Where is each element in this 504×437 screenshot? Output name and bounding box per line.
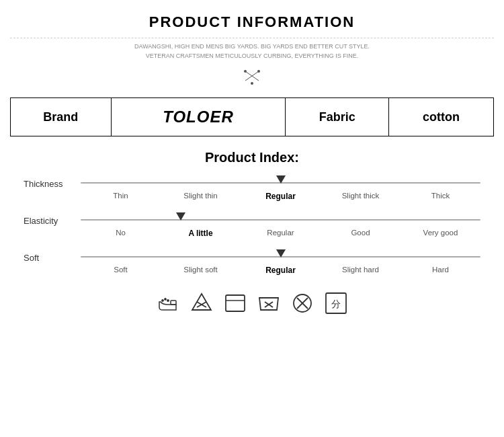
page-title: PRODUCT INFORMATION — [10, 13, 494, 31]
thickness-row: Thickness Thin Slight thin Regular Sligh… — [24, 177, 480, 201]
svg-point-8 — [167, 300, 169, 301]
thickness-track — [81, 182, 480, 184]
soft-label: Soft — [24, 251, 77, 263]
thickness-label: Thickness — [24, 177, 77, 189]
elasticity-marker — [176, 212, 185, 221]
product-index-title: Product Index: — [10, 150, 494, 165]
thickness-thin: Thin — [81, 192, 161, 201]
logo-decoration — [10, 66, 494, 89]
elasticity-track — [81, 219, 480, 221]
iron-icon — [156, 291, 180, 318]
svg-point-3 — [257, 70, 260, 73]
care-icons-row: 分 — [10, 291, 494, 318]
elasticity-good: Good — [321, 229, 401, 238]
svg-point-7 — [165, 299, 166, 300]
svg-rect-5 — [171, 301, 176, 305]
svg-point-4 — [251, 82, 253, 85]
brand-label: Brand — [11, 98, 112, 136]
soft-hard: Hard — [401, 266, 480, 275]
soft-regular: Regular — [241, 266, 321, 275]
fabric-label: Fabric — [286, 98, 389, 136]
svg-text:分: 分 — [331, 299, 341, 309]
soft-slight-soft: Slight soft — [161, 266, 241, 275]
elasticity-a-little: A little — [161, 229, 241, 238]
thickness-regular: Regular — [241, 192, 321, 201]
subtitle: DAWANGSHI, HIGH END MENS BIG YARDS. BIG … — [10, 42, 494, 61]
brand-table: Brand TOLOER Fabric cotton — [10, 97, 494, 136]
no-wash-icon — [257, 291, 281, 318]
soft-soft: Soft — [81, 266, 161, 275]
thickness-track-wrapper — [81, 177, 480, 188]
soft-row: Soft Soft Slight soft Regular Slight har… — [24, 251, 480, 275]
elasticity-row: Elasticity No A little Regular Good Very… — [24, 214, 480, 238]
top-divider — [10, 38, 494, 38]
svg-marker-9 — [192, 294, 211, 310]
elasticity-track-wrapper — [81, 214, 480, 225]
soft-track — [81, 256, 480, 257]
thickness-thick: Thick — [401, 192, 480, 201]
elasticity-regular: Regular — [241, 229, 321, 238]
no-bleach-icon — [190, 291, 214, 318]
thickness-sublabels: Thin Slight thin Regular Slight thick Th… — [81, 192, 480, 201]
elasticity-slider-col: No A little Regular Good Very good — [81, 214, 480, 238]
soft-marker — [276, 249, 286, 257]
page-container: PRODUCT INFORMATION DAWANGSHI, HIGH END … — [0, 0, 504, 331]
brand-value: TOLOER — [111, 98, 286, 136]
soft-slight-hard: Slight hard — [321, 266, 401, 275]
thickness-slight-thin: Slight thin — [161, 192, 241, 201]
thickness-marker — [276, 175, 286, 184]
elasticity-label: Elasticity — [24, 214, 77, 226]
separate-wash-icon: 分 — [324, 291, 348, 318]
soft-sublabels: Soft Slight soft Regular Slight hard Har… — [81, 266, 480, 275]
product-index-section: Product Index: Thickness Thin Slight thi… — [10, 150, 494, 275]
no-tumble-icon — [290, 291, 314, 318]
elasticity-no: No — [81, 229, 161, 238]
fabric-value: cotton — [389, 98, 494, 136]
soft-track-wrapper — [81, 251, 480, 262]
svg-rect-12 — [226, 295, 245, 311]
elasticity-very-good: Very good — [401, 229, 480, 238]
thickness-slider-col: Thin Slight thin Regular Slight thick Th… — [81, 177, 480, 201]
elasticity-sublabels: No A little Regular Good Very good — [81, 229, 480, 238]
thickness-slight-thick: Slight thick — [321, 192, 401, 201]
svg-point-2 — [244, 70, 247, 73]
dry-clean-icon — [223, 291, 247, 318]
index-rows: Thickness Thin Slight thin Regular Sligh… — [10, 177, 494, 275]
soft-slider-col: Soft Slight soft Regular Slight hard Har… — [81, 251, 480, 275]
svg-point-6 — [162, 300, 163, 301]
